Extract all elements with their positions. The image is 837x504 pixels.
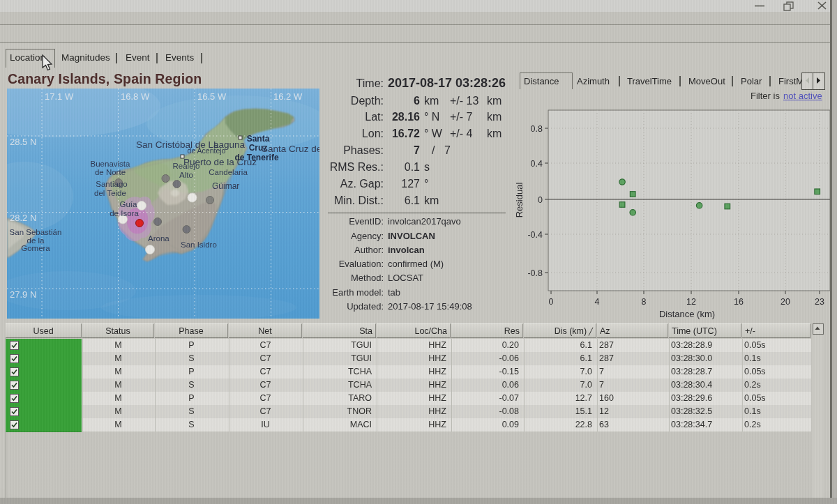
svg-text:Santiago: Santiago: [96, 180, 127, 188]
svg-text:28.2 N: 28.2 N: [10, 213, 36, 223]
svg-text:12: 12: [686, 297, 696, 307]
svg-text:San Sebastián: San Sebastián: [10, 228, 62, 236]
svg-text:-0.4: -0.4: [527, 230, 543, 240]
svg-text:4: 4: [595, 297, 600, 307]
svg-text:Distance (km): Distance (km): [659, 309, 715, 319]
svg-text:17.1 W: 17.1 W: [45, 91, 74, 102]
svg-text:San Isidro: San Isidro: [181, 240, 217, 249]
svg-text:Buenavista: Buenavista: [91, 160, 131, 168]
svg-text:de Isora: de Isora: [110, 209, 139, 217]
svg-text:23: 23: [815, 297, 824, 307]
svg-text:0: 0: [549, 297, 554, 307]
svg-text:de Norte: de Norte: [95, 168, 126, 176]
svg-text:Santa: Santa: [247, 134, 270, 144]
svg-text:Residual: Residual: [514, 183, 525, 218]
svg-text:Candelaria: Candelaria: [209, 168, 248, 176]
svg-text:27.9 N: 27.9 N: [10, 289, 36, 300]
svg-text:16: 16: [734, 297, 744, 307]
svg-text:Arona: Arona: [148, 234, 169, 243]
svg-text:Guía: Guía: [120, 200, 138, 208]
svg-text:16.5 W: 16.5 W: [197, 91, 227, 102]
svg-text:0.4: 0.4: [531, 159, 543, 169]
svg-text:0.8: 0.8: [531, 124, 543, 134]
svg-text:del Teide: del Teide: [94, 189, 126, 197]
svg-text:de Tenerife: de Tenerife: [234, 153, 278, 162]
svg-text:20: 20: [781, 297, 790, 307]
svg-text:16.8 W: 16.8 W: [121, 91, 150, 102]
svg-text:Güimar: Güimar: [212, 181, 239, 191]
svg-text:0: 0: [538, 195, 543, 205]
svg-text:8: 8: [642, 297, 647, 307]
svg-text:de Acentejo: de Acentejo: [188, 146, 226, 155]
svg-text:-0.8: -0.8: [527, 268, 543, 278]
svg-text:Gomera: Gomera: [21, 244, 50, 252]
svg-text:28.5 N: 28.5 N: [10, 137, 36, 147]
svg-text:Alto: Alto: [179, 171, 193, 179]
svg-text:Realejo: Realejo: [173, 162, 200, 170]
